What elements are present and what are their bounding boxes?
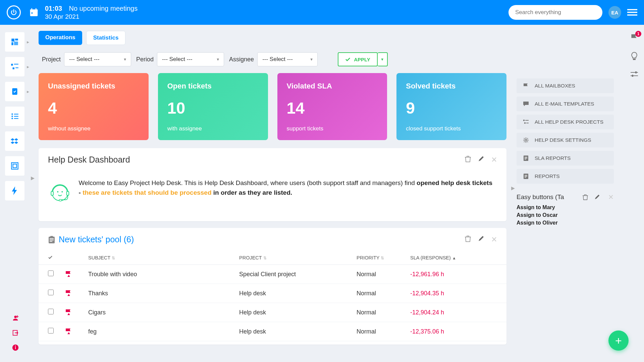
svg-point-44: [70, 295, 70, 296]
col-check[interactable]: [48, 255, 65, 260]
avatar[interactable]: EA: [608, 6, 621, 19]
dashboard-icon: [10, 38, 19, 46]
card-open[interactable]: Open tickets 10 with assignee: [158, 73, 268, 140]
link-projects[interactable]: ALL HELP DESK PROJECTS: [517, 115, 614, 129]
svg-rect-59: [525, 177, 526, 178]
row-priority: Normal: [357, 271, 410, 278]
tree-icon: [10, 62, 19, 71]
card-violated[interactable]: Violated SLA 14 support tickets: [277, 73, 387, 140]
rail-wbs[interactable]: ▸: [5, 57, 24, 76]
svg-rect-54: [525, 158, 527, 159]
svg-point-45: [70, 314, 70, 315]
row-project: Help desk: [239, 328, 357, 335]
col-sla[interactable]: SLA (RESPONSE)▲: [410, 255, 472, 260]
svg-rect-18: [14, 114, 18, 114]
delete-icon[interactable]: [465, 156, 471, 164]
quick-links: ALL MAILBOXES ALL E-MAIL TEMPLATES ALL H…: [517, 78, 614, 184]
delete-icon[interactable]: [583, 194, 588, 200]
link-mailboxes[interactable]: ALL MAILBOXES: [517, 78, 614, 93]
info-icon: [12, 344, 19, 351]
edit-icon[interactable]: [594, 194, 600, 200]
fab-add[interactable]: +: [608, 330, 629, 351]
svg-rect-13: [14, 64, 18, 64]
info-button[interactable]: [8, 341, 22, 355]
row-checkbox[interactable]: [48, 290, 54, 295]
link-templates[interactable]: ALL E-MAIL TEMPLATES: [517, 97, 614, 111]
apply-button[interactable]: APPLY: [338, 52, 378, 66]
apply-dropdown[interactable]: ▼: [378, 52, 388, 66]
edit-icon[interactable]: [478, 235, 484, 244]
close-icon[interactable]: ✕: [608, 193, 614, 201]
add-user-button[interactable]: [8, 311, 22, 325]
col-priority[interactable]: PRIORITY⇅: [357, 255, 410, 260]
table-row[interactable]: Thanks Help desk Normal -12,904.35 h: [39, 284, 506, 303]
hints-button[interactable]: [630, 52, 638, 61]
link-sla-reports[interactable]: SLA REPORTS: [517, 151, 614, 166]
col-subject[interactable]: SUBJECT⇅: [88, 255, 239, 260]
filter-assignee-select[interactable]: --- Select ---▼: [257, 52, 318, 66]
card-unassigned[interactable]: Unassigned tickets 4 without assignee: [39, 73, 149, 140]
close-icon[interactable]: ✕: [491, 156, 497, 164]
row-sla: -12,961.96 h: [410, 271, 472, 278]
hamburger-icon[interactable]: [627, 8, 637, 16]
rail-list[interactable]: [5, 107, 24, 126]
app-logo[interactable]: [7, 5, 21, 19]
svg-rect-27: [16, 316, 18, 317]
svg-rect-4: [32, 12, 33, 14]
delete-icon[interactable]: [465, 235, 471, 244]
table-row[interactable]: Cigars Help desk Normal -12,904.24 h: [39, 303, 506, 322]
edit-icon[interactable]: [478, 156, 484, 164]
row-checkbox[interactable]: [48, 270, 54, 276]
svg-rect-10: [11, 42, 13, 45]
row-checkbox[interactable]: [48, 328, 54, 334]
link-reports[interactable]: REPORTS: [517, 169, 614, 184]
easy-buttons-title: Easy buttons (Ta: [517, 193, 579, 201]
svg-rect-58: [525, 176, 527, 177]
rail-files[interactable]: [5, 131, 24, 151]
filter-project-select[interactable]: --- Select ---▼: [64, 52, 131, 66]
easy-buttons-header: Easy buttons (Ta ✕: [517, 193, 614, 201]
header-time: 01:03: [45, 5, 62, 12]
rail-layout[interactable]: [5, 156, 24, 176]
close-icon[interactable]: ✕: [491, 235, 497, 244]
svg-rect-1: [30, 9, 38, 11]
search-input[interactable]: [515, 9, 596, 16]
card-solved[interactable]: Solved tickets 9 closed support tickets: [396, 73, 506, 140]
link-settings[interactable]: HELP DESK SETTINGS: [517, 133, 614, 147]
list-icon: [10, 112, 19, 121]
tab-statistics[interactable]: Statistics: [86, 31, 126, 45]
rail-expand-chevron[interactable]: ▸: [31, 174, 35, 182]
svg-rect-11: [14, 42, 18, 45]
table-row[interactable]: Trouble with video Special Client projec…: [39, 265, 506, 284]
right-col-collapse[interactable]: ▸: [511, 184, 515, 192]
svg-rect-62: [631, 75, 638, 76]
support-agent-icon: [50, 178, 70, 210]
col-project[interactable]: PROJECT⇅: [239, 255, 357, 260]
tickets-title[interactable]: New tickets' pool (6): [48, 235, 465, 244]
rail-power[interactable]: [5, 181, 24, 200]
notifications-button[interactable]: 1: [630, 33, 639, 42]
login-button[interactable]: [8, 326, 22, 340]
calendar-icon[interactable]: [29, 7, 39, 17]
settings-button[interactable]: [630, 71, 639, 78]
filter-period-select[interactable]: --- Select ---▼: [157, 52, 224, 66]
row-project: Special Client project: [239, 271, 357, 278]
filter-assignee-label: Assignee: [229, 56, 254, 63]
row-checkbox[interactable]: [48, 309, 54, 314]
svg-rect-20: [14, 116, 18, 117]
svg-rect-63: [632, 75, 633, 77]
table-row[interactable]: feg Help desk Normal -12,375.06 h: [39, 322, 506, 341]
row-sla: -12,375.06 h: [410, 328, 472, 335]
easy-assign-oscar[interactable]: Assign to Oscar: [517, 212, 614, 218]
rail-dashboard[interactable]: ▸: [5, 32, 24, 52]
svg-point-36: [57, 191, 58, 192]
row-priority: Normal: [357, 309, 410, 316]
row-project: Help desk: [239, 309, 357, 316]
rail-tasks[interactable]: ▸: [5, 82, 24, 101]
easy-assign-mary[interactable]: Assign to Mary: [517, 204, 614, 210]
easy-assign-oliver[interactable]: Assign to Oliver: [517, 220, 614, 226]
flag-icon: [523, 82, 529, 89]
tab-operations[interactable]: Operations: [39, 31, 82, 45]
search-box[interactable]: [508, 5, 602, 20]
stat-cards: Unassigned tickets 4 without assignee Op…: [39, 73, 506, 140]
